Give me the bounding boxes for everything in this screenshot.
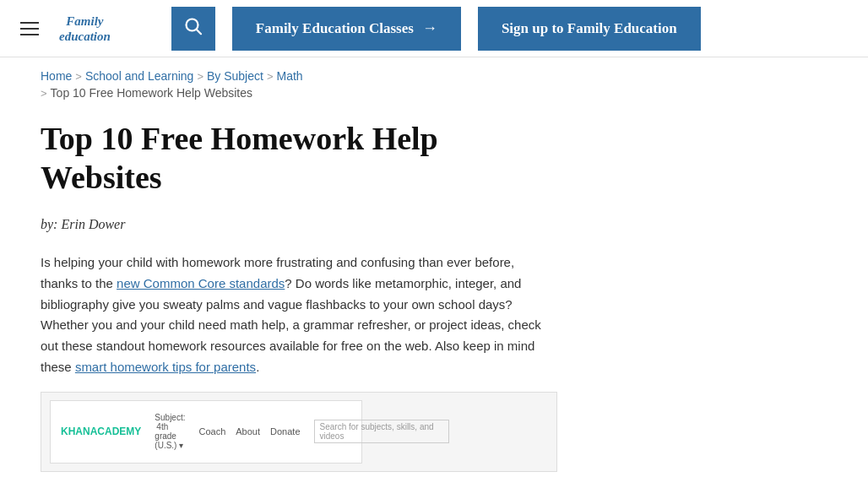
- breadcrumb-school-learning[interactable]: School and Learning: [85, 69, 193, 83]
- classes-button[interactable]: Family Education Classes →: [232, 7, 461, 51]
- breadcrumb-math[interactable]: Math: [277, 69, 303, 83]
- main-content: Top 10 Free Homework Help Websites by: E…: [0, 106, 591, 488]
- logo-line1: Family: [59, 14, 111, 29]
- menu-button[interactable]: [14, 15, 46, 42]
- classes-button-label: Family Education Classes: [256, 20, 414, 37]
- breadcrumb-sep3: >: [267, 70, 274, 83]
- khan-coach: Coach: [198, 426, 225, 436]
- khan-nav: Coach About Donate: [198, 426, 300, 436]
- search-icon: [184, 17, 203, 40]
- hamburger-line: [20, 28, 39, 30]
- logo-line2: education: [59, 29, 111, 44]
- svg-line-1: [197, 30, 201, 34]
- search-button[interactable]: [171, 7, 215, 51]
- site-header: Family education Family Education Classe…: [0, 0, 868, 57]
- khan-search-bar: Search for subjects, skills, and videos: [314, 420, 449, 443]
- breadcrumb-sep2: >: [197, 70, 203, 83]
- signup-button-label: Sign up to Family Education: [502, 20, 677, 37]
- khan-logo: KHANACADEMY: [61, 426, 141, 437]
- hamburger-line: [20, 34, 39, 35]
- article-title: Top 10 Free Homework Help Websites: [41, 120, 551, 197]
- khan-donate: Donate: [270, 426, 300, 436]
- breadcrumb: Home > School and Learning > By Subject …: [0, 57, 868, 106]
- signup-button[interactable]: Sign up to Family Education: [478, 7, 701, 51]
- breadcrumb-sep1: >: [75, 70, 82, 83]
- site-logo[interactable]: Family education: [59, 14, 111, 44]
- body-text-3: .: [256, 360, 259, 374]
- common-core-link[interactable]: new Common Core standards: [117, 276, 285, 290]
- arrow-icon: →: [422, 19, 437, 37]
- article-image-preview: KHANACADEMY Subject: 4th grade (U.S.) ▾ …: [41, 392, 557, 472]
- hamburger-line: [20, 22, 39, 24]
- khan-about: About: [236, 426, 260, 436]
- khan-search-placeholder: Search for subjects, skills, and videos: [320, 422, 443, 441]
- breadcrumb-row1: Home > School and Learning > By Subject …: [41, 69, 827, 83]
- article-body: Is helping your child with homework more…: [41, 252, 551, 378]
- khan-academy-preview: KHANACADEMY Subject: 4th grade (U.S.) ▾ …: [50, 400, 362, 464]
- breadcrumb-sep4: >: [41, 87, 47, 100]
- article-author: by: Erin Dower: [41, 217, 551, 232]
- article-paragraph-1: Is helping your child with homework more…: [41, 252, 551, 378]
- breadcrumb-current-page: Top 10 Free Homework Help Websites: [51, 86, 252, 100]
- breadcrumb-by-subject[interactable]: By Subject: [207, 69, 263, 83]
- breadcrumb-home[interactable]: Home: [41, 69, 72, 83]
- breadcrumb-row2: > Top 10 Free Homework Help Websites: [41, 86, 827, 100]
- homework-tips-link[interactable]: smart homework tips for parents: [75, 360, 256, 374]
- khan-subject-label: Subject: 4th grade (U.S.) ▾: [155, 413, 185, 450]
